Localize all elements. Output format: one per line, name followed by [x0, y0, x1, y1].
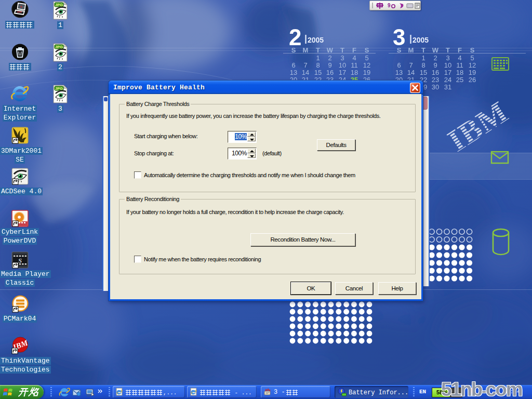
svg-text:IBM: IBM	[442, 95, 514, 158]
svg-text:9: 9	[388, 3, 391, 8]
svg-text:S: S	[18, 257, 22, 264]
